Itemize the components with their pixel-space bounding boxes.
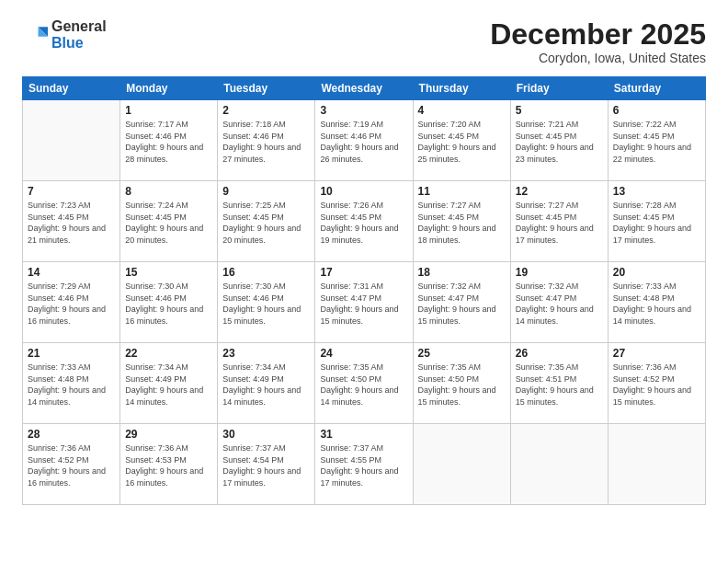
day-info: Sunrise: 7:34 AMSunset: 4:49 PMDaylight:… — [222, 362, 310, 408]
day-number: 12 — [516, 185, 603, 198]
calendar-cell — [23, 100, 120, 181]
logo-text: General Blue — [51, 18, 107, 51]
day-info: Sunrise: 7:25 AMSunset: 4:45 PMDaylight:… — [222, 200, 310, 246]
logo-blue: Blue — [51, 35, 107, 52]
weekday-header-wednesday: Wednesday — [315, 77, 413, 100]
page: General Blue December 2025 Corydon, Iowa… — [0, 0, 728, 563]
day-info: Sunrise: 7:30 AMSunset: 4:46 PMDaylight:… — [125, 281, 212, 327]
day-info: Sunrise: 7:28 AMSunset: 4:45 PMDaylight:… — [613, 200, 700, 246]
weekday-header-sunday: Sunday — [23, 77, 120, 100]
calendar-cell: 17Sunrise: 7:31 AMSunset: 4:47 PMDayligh… — [315, 262, 413, 343]
day-number: 9 — [222, 185, 310, 198]
day-number: 23 — [222, 347, 310, 360]
day-number: 26 — [516, 347, 603, 360]
day-info: Sunrise: 7:27 AMSunset: 4:45 PMDaylight:… — [516, 200, 603, 246]
calendar-cell: 18Sunrise: 7:32 AMSunset: 4:47 PMDayligh… — [413, 262, 510, 343]
calendar-cell: 20Sunrise: 7:33 AMSunset: 4:48 PMDayligh… — [608, 262, 705, 343]
day-number: 17 — [320, 266, 407, 279]
day-number: 13 — [613, 185, 700, 198]
logo-icon — [22, 22, 48, 48]
logo-general: General — [51, 18, 107, 35]
day-info: Sunrise: 7:26 AMSunset: 4:45 PMDaylight:… — [320, 200, 407, 246]
weekday-header-saturday: Saturday — [608, 77, 705, 100]
calendar-cell: 8Sunrise: 7:24 AMSunset: 4:45 PMDaylight… — [120, 181, 218, 262]
day-number: 8 — [125, 185, 212, 198]
calendar-cell: 28Sunrise: 7:36 AMSunset: 4:52 PMDayligh… — [23, 424, 120, 505]
day-info: Sunrise: 7:35 AMSunset: 4:50 PMDaylight:… — [418, 362, 506, 408]
calendar-cell: 16Sunrise: 7:30 AMSunset: 4:46 PMDayligh… — [218, 262, 315, 343]
day-number: 11 — [418, 185, 506, 198]
day-number: 30 — [222, 428, 310, 441]
day-number: 27 — [613, 347, 700, 360]
day-info: Sunrise: 7:29 AMSunset: 4:46 PMDaylight:… — [28, 281, 115, 327]
calendar-cell: 9Sunrise: 7:25 AMSunset: 4:45 PMDaylight… — [218, 181, 315, 262]
day-info: Sunrise: 7:21 AMSunset: 4:45 PMDaylight:… — [516, 119, 603, 165]
location: Corydon, Iowa, United States — [490, 51, 706, 65]
calendar-cell — [608, 424, 705, 505]
day-info: Sunrise: 7:22 AMSunset: 4:45 PMDaylight:… — [613, 119, 700, 165]
title-block: December 2025 Corydon, Iowa, United Stat… — [490, 18, 706, 65]
calendar-cell — [510, 424, 608, 505]
header: General Blue December 2025 Corydon, Iowa… — [22, 18, 706, 65]
calendar-cell: 13Sunrise: 7:28 AMSunset: 4:45 PMDayligh… — [608, 181, 705, 262]
calendar-cell: 4Sunrise: 7:20 AMSunset: 4:45 PMDaylight… — [413, 100, 510, 181]
logo: General Blue — [22, 18, 107, 51]
month-title: December 2025 — [490, 18, 706, 51]
calendar-cell: 19Sunrise: 7:32 AMSunset: 4:47 PMDayligh… — [510, 262, 608, 343]
calendar-cell: 1Sunrise: 7:17 AMSunset: 4:46 PMDaylight… — [120, 100, 218, 181]
calendar-cell: 14Sunrise: 7:29 AMSunset: 4:46 PMDayligh… — [23, 262, 120, 343]
calendar-cell: 30Sunrise: 7:37 AMSunset: 4:54 PMDayligh… — [218, 424, 315, 505]
calendar-cell: 6Sunrise: 7:22 AMSunset: 4:45 PMDaylight… — [608, 100, 705, 181]
calendar-cell: 3Sunrise: 7:19 AMSunset: 4:46 PMDaylight… — [315, 100, 413, 181]
calendar-cell: 23Sunrise: 7:34 AMSunset: 4:49 PMDayligh… — [218, 343, 315, 424]
day-info: Sunrise: 7:32 AMSunset: 4:47 PMDaylight:… — [516, 281, 603, 327]
calendar-cell: 15Sunrise: 7:30 AMSunset: 4:46 PMDayligh… — [120, 262, 218, 343]
calendar-cell: 21Sunrise: 7:33 AMSunset: 4:48 PMDayligh… — [23, 343, 120, 424]
day-number: 5 — [516, 104, 603, 117]
day-number: 3 — [320, 104, 407, 117]
day-number: 21 — [28, 347, 115, 360]
day-number: 24 — [320, 347, 407, 360]
day-info: Sunrise: 7:34 AMSunset: 4:49 PMDaylight:… — [125, 362, 212, 408]
calendar-cell: 25Sunrise: 7:35 AMSunset: 4:50 PMDayligh… — [413, 343, 510, 424]
weekday-header-friday: Friday — [510, 77, 608, 100]
calendar: SundayMondayTuesdayWednesdayThursdayFrid… — [22, 76, 706, 505]
day-number: 10 — [320, 185, 407, 198]
calendar-cell: 31Sunrise: 7:37 AMSunset: 4:55 PMDayligh… — [315, 424, 413, 505]
day-info: Sunrise: 7:23 AMSunset: 4:45 PMDaylight:… — [28, 200, 115, 246]
day-number: 4 — [418, 104, 506, 117]
day-info: Sunrise: 7:24 AMSunset: 4:45 PMDaylight:… — [125, 200, 212, 246]
weekday-header-thursday: Thursday — [413, 77, 510, 100]
day-info: Sunrise: 7:37 AMSunset: 4:54 PMDaylight:… — [222, 442, 310, 488]
calendar-cell: 2Sunrise: 7:18 AMSunset: 4:46 PMDaylight… — [218, 100, 315, 181]
day-number: 19 — [516, 266, 603, 279]
weekday-header-tuesday: Tuesday — [218, 77, 315, 100]
calendar-cell: 24Sunrise: 7:35 AMSunset: 4:50 PMDayligh… — [315, 343, 413, 424]
day-number: 28 — [28, 428, 115, 441]
calendar-cell — [413, 424, 510, 505]
day-number: 1 — [125, 104, 212, 117]
day-number: 15 — [125, 266, 212, 279]
day-number: 29 — [125, 428, 212, 441]
day-info: Sunrise: 7:35 AMSunset: 4:50 PMDaylight:… — [320, 362, 407, 408]
day-info: Sunrise: 7:37 AMSunset: 4:55 PMDaylight:… — [320, 442, 407, 488]
day-info: Sunrise: 7:31 AMSunset: 4:47 PMDaylight:… — [320, 281, 407, 327]
calendar-cell: 29Sunrise: 7:36 AMSunset: 4:53 PMDayligh… — [120, 424, 218, 505]
day-number: 2 — [222, 104, 310, 117]
day-number: 31 — [320, 428, 407, 441]
calendar-cell: 7Sunrise: 7:23 AMSunset: 4:45 PMDaylight… — [23, 181, 120, 262]
day-info: Sunrise: 7:30 AMSunset: 4:46 PMDaylight:… — [222, 281, 310, 327]
calendar-cell: 11Sunrise: 7:27 AMSunset: 4:45 PMDayligh… — [413, 181, 510, 262]
calendar-cell: 22Sunrise: 7:34 AMSunset: 4:49 PMDayligh… — [120, 343, 218, 424]
calendar-cell: 10Sunrise: 7:26 AMSunset: 4:45 PMDayligh… — [315, 181, 413, 262]
day-number: 20 — [613, 266, 700, 279]
day-info: Sunrise: 7:20 AMSunset: 4:45 PMDaylight:… — [418, 119, 506, 165]
day-number: 7 — [28, 185, 115, 198]
day-number: 25 — [418, 347, 506, 360]
day-number: 6 — [613, 104, 700, 117]
day-number: 18 — [418, 266, 506, 279]
day-info: Sunrise: 7:27 AMSunset: 4:45 PMDaylight:… — [418, 200, 506, 246]
day-info: Sunrise: 7:36 AMSunset: 4:52 PMDaylight:… — [613, 362, 700, 408]
day-info: Sunrise: 7:18 AMSunset: 4:46 PMDaylight:… — [222, 119, 310, 165]
day-number: 22 — [125, 347, 212, 360]
